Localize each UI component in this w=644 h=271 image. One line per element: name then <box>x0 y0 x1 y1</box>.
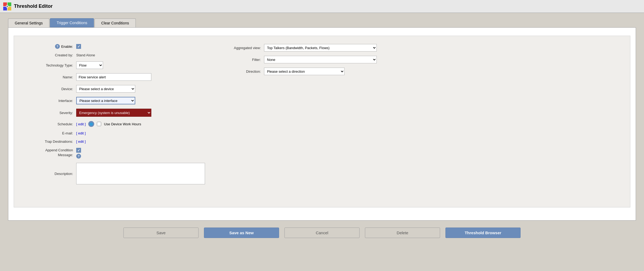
name-row: Name: <box>25 73 213 81</box>
created-by-row: Created by: Stand Alone <box>25 53 213 57</box>
use-device-work-hours-label: Use Device Work Hours <box>104 122 141 126</box>
device-select[interactable]: Please select a device <box>76 85 135 93</box>
schedule-controls: [ edit ] 🌐 Use Device Work Hours <box>76 121 141 127</box>
trap-destinations-label: Trap Destinations: <box>25 140 73 144</box>
name-input[interactable] <box>76 73 151 81</box>
direction-row: Direction: Please select a direction Inb… <box>223 68 619 75</box>
use-device-work-hours-checkbox[interactable] <box>97 122 101 126</box>
schedule-row: Schedule: [ edit ] 🌐 Use Device Work Hou… <box>25 121 213 127</box>
email-label: E-mail: <box>25 131 73 135</box>
schedule-globe-icon: 🌐 <box>88 121 94 127</box>
trap-edit-link[interactable]: [ edit ] <box>76 140 86 144</box>
severity-label: Severity: <box>25 111 73 115</box>
created-by-value: Stand Alone <box>76 53 95 57</box>
append-help-row: ? <box>76 154 81 159</box>
filter-select[interactable]: None <box>264 56 377 63</box>
tab-trigger-conditions[interactable]: Trigger Conditions <box>50 18 94 27</box>
email-edit-link[interactable]: [ edit ] <box>76 131 86 135</box>
interface-row: Interface: Please select a interface <box>25 97 213 104</box>
email-row: E-mail: [ edit ] <box>25 131 213 135</box>
technology-type-row: Technology Type: Flow SNMP <box>25 61 213 69</box>
aggregated-view-select[interactable]: Top Talkers (Bandwidth, Packets, Flows) <box>264 44 377 52</box>
save-button[interactable]: Save <box>123 228 199 238</box>
append-condition-checkbox[interactable] <box>76 148 81 153</box>
form-layout: ? Enable: Created by: Stand Alone Techno… <box>25 44 619 189</box>
form-right: Aggregated view: Top Talkers (Bandwidth,… <box>223 44 619 189</box>
schedule-edit-link[interactable]: [ edit ] <box>76 122 86 126</box>
delete-button[interactable]: Delete <box>365 228 440 238</box>
tab-clear-conditions[interactable]: Clear Conditions <box>94 19 136 27</box>
device-row: Device: Please select a device <box>25 85 213 93</box>
bottom-bar: Save Save as New Cancel Delete Threshold… <box>8 223 636 242</box>
technology-type-select[interactable]: Flow SNMP <box>76 61 103 69</box>
description-row: Description: <box>25 163 213 184</box>
created-by-label: Created by: <box>25 53 73 57</box>
direction-label: Direction: <box>223 69 261 74</box>
interface-select[interactable]: Please select a interface <box>76 97 135 104</box>
enable-row: ? Enable: <box>25 44 213 49</box>
schedule-label: Schedule: <box>25 122 73 126</box>
app-icon <box>3 2 11 10</box>
enable-checkbox[interactable] <box>76 44 81 49</box>
main-content: General Settings Trigger Conditions Clea… <box>0 13 644 248</box>
severity-row: Severity: Emergency (system is unusable)… <box>25 109 213 117</box>
filter-label: Filter: <box>223 58 261 62</box>
save-as-new-button[interactable]: Save as New <box>204 228 279 238</box>
form-inner: ? Enable: Created by: Stand Alone Techno… <box>14 36 630 207</box>
svg-point-5 <box>6 6 8 7</box>
description-textarea[interactable] <box>76 163 205 184</box>
tab-general-settings[interactable]: General Settings <box>8 19 49 27</box>
enable-label: Enable: <box>61 45 73 49</box>
form-panel: ? Enable: Created by: Stand Alone Techno… <box>8 27 636 221</box>
title-bar: Threshold Editor <box>0 0 644 13</box>
tabs-container: General Settings Trigger Conditions Clea… <box>8 18 636 27</box>
form-left: ? Enable: Created by: Stand Alone Techno… <box>25 44 213 189</box>
append-condition-label: Append Condition Message: <box>25 148 73 158</box>
app-title: Threshold Editor <box>14 3 53 9</box>
enable-label-container: ? Enable: <box>25 44 73 49</box>
append-help-icon[interactable]: ? <box>76 154 81 159</box>
append-controls: ? <box>76 148 81 159</box>
technology-type-label: Technology Type: <box>25 63 73 67</box>
threshold-browser-button[interactable]: Threshold Browser <box>445 228 521 238</box>
filter-row: Filter: None <box>223 56 619 63</box>
trap-destinations-row: Trap Destinations: [ edit ] <box>25 140 213 144</box>
append-condition-row: Append Condition Message: ? <box>25 148 213 159</box>
direction-select[interactable]: Please select a direction Inbound Outbou… <box>264 68 345 75</box>
aggregated-view-row: Aggregated view: Top Talkers (Bandwidth,… <box>223 44 619 52</box>
interface-label: Interface: <box>25 99 73 103</box>
enable-help-icon[interactable]: ? <box>55 44 60 49</box>
device-label: Device: <box>25 87 73 91</box>
description-label: Description: <box>25 172 73 176</box>
cancel-button[interactable]: Cancel <box>284 228 360 238</box>
name-label: Name: <box>25 75 73 79</box>
aggregated-view-label: Aggregated view: <box>223 46 261 50</box>
severity-select[interactable]: Emergency (system is unusable) Alert Cri… <box>76 109 151 117</box>
